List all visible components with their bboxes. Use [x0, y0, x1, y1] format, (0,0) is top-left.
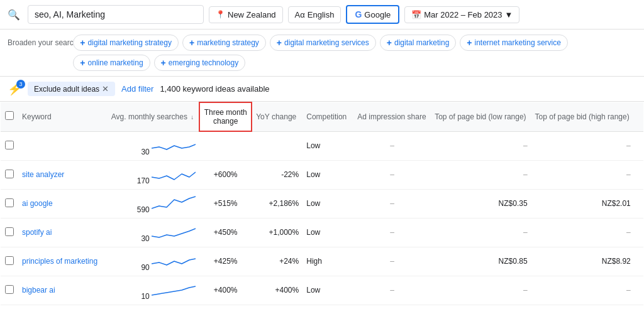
row-checkbox-cell[interactable] [1, 276, 18, 305]
avg-value: 170 [137, 176, 150, 185]
table-row: site analyzer 170 +600% -22% Low – – – [1, 160, 643, 189]
header-top-bid-low: Top of page bid (low range) [431, 102, 531, 131]
avg-value: 90 [141, 263, 149, 272]
chip-label: online marketing [88, 58, 143, 67]
search-input[interactable] [28, 5, 204, 24]
competition-cell: Low [303, 160, 353, 189]
sparkline [152, 234, 196, 243]
top-bid-low-cell: NZ$0.35 [431, 189, 531, 218]
row-checkbox-cell[interactable] [1, 218, 18, 247]
calendar-icon: 📅 [411, 10, 421, 19]
top-bid-low-cell: – [431, 160, 531, 189]
keyword-cell: ai google [18, 189, 108, 218]
keyword-cell [18, 131, 108, 160]
table-row: ai google 590 +515% +2,186% Low – NZ$0.3… [1, 189, 643, 218]
keywords-table: Keyword Avg. monthly searches ↓ Three mo… [0, 102, 644, 311]
header-keyword: Keyword [18, 102, 108, 131]
ad-impression-cell: – [353, 276, 431, 305]
top-bid-high-cell: – [531, 218, 635, 247]
top-bid-low-cell: NZ$0.77 [431, 305, 531, 311]
top-bid-high-cell: – [531, 160, 635, 189]
top-bid-high-cell: – [531, 131, 635, 160]
row-checkbox[interactable] [5, 227, 14, 236]
top-bid-high-cell: NZ$2.01 [531, 189, 635, 218]
row-checkbox[interactable] [5, 256, 14, 265]
search-engine-label: Google [364, 10, 391, 19]
ad-impression-cell: – [353, 131, 431, 160]
row-checkbox[interactable] [5, 198, 14, 207]
row-checkbox[interactable] [5, 141, 14, 149]
chip-plus-icon: + [387, 38, 392, 48]
three-month-cell: +450% [199, 218, 252, 247]
chip-marketing-strategy[interactable]: + marketing strategy [182, 35, 266, 51]
row-checkbox-cell[interactable] [1, 305, 18, 311]
keyword-cell: personal ai [18, 305, 108, 311]
avg-cell: 10 [108, 276, 199, 305]
exclude-label: Exclude adult ideas [34, 85, 99, 94]
row-checkbox-cell[interactable] [1, 247, 18, 276]
chip-label: digital marketing services [284, 38, 369, 47]
top-bid-low-cell: – [431, 276, 531, 305]
three-month-cell: +515% [199, 189, 252, 218]
competition-cell: Low [303, 189, 353, 218]
chip-digital-marketing[interactable]: + digital marketing [380, 35, 457, 51]
row-checkbox-cell[interactable] [1, 189, 18, 218]
filter-bar: ⚡ 3 Exclude adult ideas ✕ Add filter 1,4… [0, 77, 644, 102]
extra-cell [635, 218, 643, 247]
row-checkbox[interactable] [5, 170, 14, 178]
chip-digital-marketing-strategy[interactable]: + digital marketing strategy [73, 35, 179, 51]
yoy-cell [252, 131, 303, 160]
ad-impression-cell: – [353, 218, 431, 247]
keyword-cell: spotify ai [18, 218, 108, 247]
sparkline [152, 292, 196, 301]
language-button[interactable]: Aα English [288, 6, 341, 23]
top-bid-high-cell: – [531, 276, 635, 305]
chevron-down-icon: ▼ [505, 10, 513, 19]
chip-emerging-technology[interactable]: + emerging technology [154, 55, 246, 71]
top-bid-low-cell: – [431, 131, 531, 160]
header-competition: Competition [303, 102, 353, 131]
chip-online-marketing[interactable]: + online marketing [73, 55, 150, 71]
filter-badge: 3 [16, 80, 25, 89]
three-month-cell: +400% [199, 276, 252, 305]
exclude-adult-pill[interactable]: Exclude adult ideas ✕ [28, 82, 115, 96]
ad-impression-cell: – [353, 189, 431, 218]
yoy-cell: +400% [252, 276, 303, 305]
extra-cell [635, 305, 643, 311]
add-filter-button[interactable]: Add filter [121, 84, 153, 94]
yoy-cell: -22% [252, 160, 303, 189]
avg-value: 590 [137, 205, 150, 214]
header-three-month: Three monthchange [199, 102, 252, 131]
chip-plus-icon: + [189, 38, 194, 48]
three-month-cell [199, 131, 252, 160]
date-range-button[interactable]: 📅 Mar 2022 – Feb 2023 ▼ [404, 6, 519, 23]
extra-cell [635, 247, 643, 276]
three-month-cell: +425% [199, 247, 252, 276]
avg-cell: 10 [108, 305, 199, 311]
chip-digital-marketing-services[interactable]: + digital marketing services [270, 35, 376, 51]
search-bar: 🔍 📍 New Zealand Aα English G Google 📅 Ma… [0, 0, 644, 30]
avg-cell: 90 [108, 247, 199, 276]
chip-internet-marketing-service[interactable]: + internet marketing service [460, 35, 568, 51]
table-row: spotify ai 30 +450% +1,000% Low – – – [1, 218, 643, 247]
table-row: 30 Low – – – [1, 131, 643, 160]
row-checkbox-cell[interactable] [1, 131, 18, 160]
sparkline [152, 205, 196, 214]
row-checkbox-cell[interactable] [1, 160, 18, 189]
avg-cell: 590 [108, 189, 199, 218]
chip-plus-icon: + [80, 58, 85, 68]
language-label: English [308, 10, 335, 19]
top-bid-low-cell: NZ$0.85 [431, 247, 531, 276]
avg-cell: 170 [108, 160, 199, 189]
yoy-cell: +24% [252, 247, 303, 276]
close-icon[interactable]: ✕ [102, 84, 109, 94]
chip-label: digital marketing [394, 38, 449, 47]
table-container: Keyword Avg. monthly searches ↓ Three mo… [0, 102, 644, 311]
top-bid-low-cell: – [431, 218, 531, 247]
three-month-cell: +400% [199, 305, 252, 311]
location-button[interactable]: 📍 New Zealand [209, 6, 283, 23]
header-extra [635, 102, 643, 131]
select-all-checkbox[interactable] [5, 111, 14, 120]
row-checkbox[interactable] [5, 285, 14, 294]
search-engine-button[interactable]: G Google [346, 5, 399, 24]
